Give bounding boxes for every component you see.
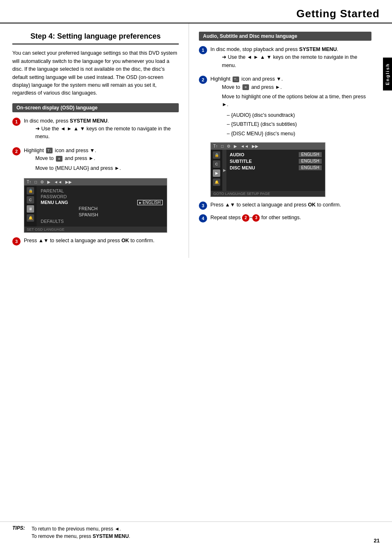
defaults-label: DEFAULTS	[41, 219, 78, 224]
parental-label: PARENTAL	[41, 188, 78, 193]
audio-menu-icon-rew: ◄◄	[240, 144, 249, 148]
audio-menu-icon-ta: T↑	[213, 144, 218, 148]
audio-menu-icon-box: □	[221, 144, 224, 148]
audio-menu-main: AUDIO ENGLISH SUBTITLE ENGLISH DISC MENU…	[226, 150, 325, 191]
audio-option-list: {AUDIO} (disc's soundtrack) {SUBTITLE} (…	[227, 111, 371, 139]
subtitle-row: SUBTITLE ENGLISH	[230, 158, 322, 164]
audio-menu-icon-gear: ⚙	[227, 144, 231, 148]
osd-menu-mockup: T↑ □ ⚙ ▶ ◄◄ ▶▶ 🔒 C 🖥 🔔 PARENTAL	[24, 178, 167, 233]
settings-icon: T↓	[46, 148, 53, 153]
side-tab-english: English	[383, 58, 392, 90]
menu-row-parental: PARENTAL	[41, 188, 163, 194]
step-num-2: 2	[12, 147, 21, 155]
audio-menu-icon-fwd: ▶▶	[252, 144, 258, 148]
right-step-4: 4 Repeat steps 2~3 for other settings.	[199, 214, 371, 222]
right-step-num-2: 2	[199, 76, 207, 84]
tips-label: TIPS:	[12, 525, 25, 540]
menu-icon-bell: 🔔	[27, 214, 34, 222]
right-step-3-content: Press ▲▼ to select a language and press …	[210, 201, 371, 209]
right-column: Audio, Subtitle and Disc menu language 1…	[189, 23, 392, 258]
right-settings-icon: T↓	[233, 76, 239, 82]
menu-icon-fwd: ▶▶	[65, 180, 72, 184]
audio-menu-footer: GOTO LANGUAGE SETUP PAGE	[211, 191, 325, 197]
menu-icon-box: □	[35, 180, 37, 184]
step-2-content: Highlight T↓ icon and press ▼. Move to ≡…	[24, 147, 179, 174]
menu-icon: ≡	[56, 156, 62, 162]
audio-menu-divider: ▶	[222, 150, 226, 191]
right-step-num-3: 3	[199, 202, 207, 210]
disc-menu-label: DISC MENU	[230, 165, 263, 170]
intro-text: You can select your preferred language s…	[12, 49, 179, 97]
audio-menu-icon-play: ▶	[234, 144, 237, 148]
left-column: Step 4: Setting language preferences You…	[0, 23, 189, 258]
audio-menu-body: 🔒 C ▶ 🔔 ▶ AUDIO ENGLISH SUBTITLE ENGLISH	[211, 150, 325, 191]
option-audio: {AUDIO} (disc's soundtrack)	[227, 111, 371, 120]
step-1-content: In disc mode, press SYSTEM MENU. ➜ Use t…	[24, 117, 179, 143]
audio-menu-left-icons: 🔒 C ▶ 🔔	[211, 150, 222, 191]
right-step-2-sub2: Move to highlight one of the options bel…	[222, 93, 371, 109]
audio-menu-mockup: T↑ □ ⚙ ▶ ◄◄ ▶▶ 🔒 C ▶ 🔔 ▶ A	[210, 142, 325, 197]
right-step-num-1: 1	[199, 46, 207, 54]
left-step-2: 2 Highlight T↓ icon and press ▼. Move to…	[12, 147, 179, 174]
left-step-1: 1 In disc mode, press SYSTEM MENU. ➜ Use…	[12, 117, 179, 143]
tip-1: To return to the previous menu, press ◄.	[32, 526, 121, 532]
right-step-1-sub: ➜ Use the ◄ ► ▲ ▼ keys on the remote to …	[222, 53, 371, 70]
page-number: 21	[374, 537, 380, 544]
audio-value: ENGLISH	[299, 152, 322, 157]
right-step-1-content: In disc mode, stop playback and press SY…	[210, 46, 371, 71]
menu-icon-ta: T↑	[27, 180, 31, 184]
option-subtitle: {SUBTITLE} (disc's subtitles)	[227, 120, 371, 129]
right-step-2-content: Highlight T↓ icon and press ▼. Move to ≡…	[210, 75, 371, 138]
english-highlight: ▸ ENGLISH	[137, 200, 163, 205]
subtitle-value: ENGLISH	[299, 159, 322, 164]
menu-main-area: PARENTAL PASSWORD MENU LANG ▸ ENGLISH	[37, 185, 167, 227]
tip-2: To remove the menu, press SYSTEM MENU.	[32, 533, 130, 539]
right-step-3: 3 Press ▲▼ to select a language and pres…	[199, 201, 371, 210]
menu-icon-monitor: 🖥	[27, 205, 34, 213]
section-title: Step 4: Setting language preferences	[12, 32, 179, 44]
step-1-sub: ➜ Use the ◄ ► ▲ ▼ keys on the remote to …	[35, 125, 179, 141]
audio-row: AUDIO ENGLISH	[230, 151, 322, 158]
page-header: Getting Started	[0, 0, 392, 23]
password-label: PASSWORD	[41, 194, 78, 199]
page-footer: TIPS: To return to the previous menu, pr…	[0, 521, 392, 544]
audio-icon-bell: 🔔	[213, 178, 220, 186]
step-num-1: 1	[12, 118, 21, 126]
step-num-3: 3	[12, 237, 21, 246]
audio-icon-c: C	[213, 160, 220, 168]
audio-icon-lock: 🔒	[213, 151, 220, 159]
tips-text: To return to the previous menu, press ◄.…	[32, 525, 130, 540]
menu-icon-c: C	[27, 196, 34, 204]
audio-icon-monitor: ▶	[213, 169, 220, 177]
option-disc-menu: {DISC MENU} (disc's menu)	[227, 129, 371, 139]
osd-subsection-bar: On-screen display (OSD) language	[12, 103, 179, 112]
step-2-sub2: Move to {MENU LANG} and press ►.	[35, 164, 179, 172]
language-options-display: FRENCH SPANISH	[45, 206, 163, 218]
disc-menu-value: ENGLISH	[299, 165, 322, 170]
menu-icon-play: ▶	[47, 180, 51, 184]
right-step-num-4: 4	[199, 214, 207, 222]
menu-row-defaults: DEFAULTS	[41, 218, 163, 224]
left-step-3: 3 Press ▲▼ to select a language and pres…	[12, 237, 179, 246]
arrow-right-indicator-r: ➜	[222, 54, 226, 60]
menu-row-password: PASSWORD	[41, 194, 163, 199]
menu-icon-gear: ⚙	[40, 180, 44, 184]
menu-left-icons: 🔒 C 🖥 🔔	[24, 185, 37, 227]
step-ref-2: 2	[242, 214, 249, 222]
audio-label: AUDIO	[230, 152, 263, 157]
menu-row-menulang: MENU LANG ▸ ENGLISH	[41, 199, 163, 206]
main-content: Step 4: Setting language preferences You…	[0, 23, 392, 258]
disc-menu-row: DISC MENU ENGLISH	[230, 164, 322, 171]
step-2-sub1: Move to ≡ and press ►.	[35, 155, 179, 162]
right-step-2-sub1: Move to ≡ and press ►.	[222, 83, 371, 91]
audio-menu-footer-text: GOTO LANGUAGE SETUP PAGE	[213, 192, 270, 196]
arrow-right-indicator: ➜	[35, 126, 40, 132]
menu-footer-osd: SET OSD LANGUAGE	[24, 227, 167, 232]
menu-top-bar: T↑ □ ⚙ ▶ ◄◄ ▶▶	[24, 178, 167, 185]
right-step-2: 2 Highlight T↓ icon and press ▼. Move to…	[199, 75, 371, 138]
menu-footer-text: SET OSD LANGUAGE	[27, 227, 65, 232]
right-step-1: 1 In disc mode, stop playback and press …	[199, 46, 371, 71]
menu-icon-lock: 🔒	[27, 187, 34, 195]
menu-body: 🔒 C 🖥 🔔 PARENTAL PASSWORD MENU LANG	[24, 185, 167, 227]
page-title: Getting Started	[296, 7, 380, 20]
